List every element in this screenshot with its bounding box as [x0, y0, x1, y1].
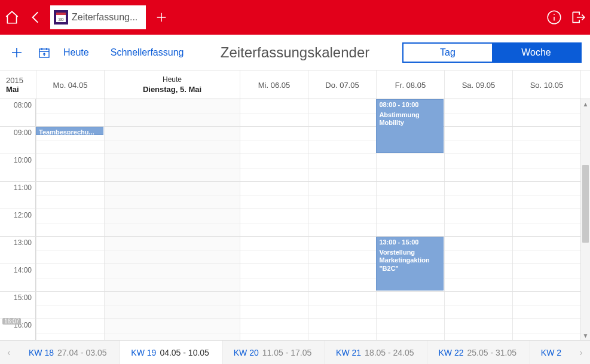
grid-cell[interactable] [376, 182, 444, 209]
day-col-sun[interactable]: So. 10.05 [512, 71, 580, 99]
info-button[interactable] [542, 0, 566, 35]
add-button[interactable] [8, 44, 25, 61]
grid-cell[interactable] [308, 182, 376, 209]
grid-cell[interactable] [240, 264, 308, 291]
grid-cell[interactable] [104, 292, 240, 319]
grid-cell[interactable] [512, 127, 580, 154]
grid-cell[interactable] [512, 182, 580, 209]
back-button[interactable] [24, 0, 48, 35]
grid-cell[interactable] [512, 99, 580, 126]
grid-cell[interactable] [36, 99, 104, 126]
grid-cell[interactable] [104, 99, 240, 126]
grid-cell[interactable] [104, 209, 240, 236]
grid-cell[interactable] [444, 264, 512, 291]
weeks-prev[interactable]: ‹ [0, 347, 18, 358]
today-link[interactable]: Heute [63, 47, 89, 58]
grid-cell[interactable] [240, 209, 308, 236]
grid-cell[interactable] [512, 237, 580, 264]
week-22[interactable]: KW 2225.05 - 31.05 [427, 341, 530, 365]
week-20[interactable]: KW 2011.05 - 17.05 [223, 341, 325, 365]
grid-cell[interactable] [240, 319, 308, 340]
scroll-up-arrow[interactable]: ▲ [581, 99, 590, 109]
vertical-scrollbar[interactable]: ▲ ▼ [580, 99, 590, 340]
grid-cell[interactable] [512, 264, 580, 291]
grid-cell[interactable] [376, 292, 444, 319]
grid-cell[interactable] [444, 99, 512, 126]
grid-cell[interactable] [444, 209, 512, 236]
week-23-partial[interactable]: KW 2 [530, 341, 572, 365]
hour-label: 08:00 [0, 99, 36, 126]
grid-cell[interactable] [444, 319, 512, 340]
grid-cell[interactable] [36, 292, 104, 319]
grid-cell[interactable] [512, 209, 580, 236]
event-teambesprechung[interactable]: Teambesprechu... [36, 127, 103, 135]
grid-cell[interactable] [444, 292, 512, 319]
event-abstimmung-mobility[interactable]: 08:00 - 10:00Abstimmung Mobility [376, 99, 444, 153]
grid-cell[interactable] [36, 182, 104, 209]
grid-cell[interactable] [104, 237, 240, 264]
scroll-down-arrow[interactable]: ▼ [581, 331, 590, 340]
grid-cell[interactable] [36, 319, 104, 340]
grid-cell[interactable] [36, 154, 104, 181]
grid-cell[interactable] [308, 292, 376, 319]
day-col-sat[interactable]: Sa. 09.05 [444, 71, 512, 99]
month-label: 2015 Mai [0, 71, 36, 99]
grid-cell[interactable] [240, 154, 308, 181]
grid-cell[interactable] [104, 182, 240, 209]
grid-cell[interactable] [308, 237, 376, 264]
now-indicator: 16:07 [2, 318, 21, 325]
scroll-thumb[interactable] [582, 165, 589, 243]
toggle-week[interactable]: Woche [492, 44, 580, 62]
day-col-tue[interactable]: HeuteDienstag, 5. Mai [104, 71, 240, 99]
grid-cell[interactable] [104, 154, 240, 181]
grid-cell[interactable] [104, 264, 240, 291]
event-vorstellung-b2c[interactable]: 13:00 - 15:00Vorstellung Marketingaktion… [376, 237, 444, 290]
tab-label: Zeiterfassung... [72, 12, 137, 23]
toggle-day[interactable]: Tag [403, 44, 492, 62]
view-toggle: Tag Woche [402, 42, 582, 63]
grid-cell[interactable] [444, 127, 512, 154]
new-tab-button[interactable] [149, 0, 173, 35]
grid-cell[interactable] [308, 209, 376, 236]
exit-button[interactable] [566, 0, 590, 35]
day-col-mon[interactable]: Mo. 04.05 [36, 71, 104, 99]
weeks-next[interactable]: › [572, 347, 590, 358]
day-col-thu[interactable]: Do. 07.05 [308, 71, 376, 99]
grid-cell[interactable] [240, 182, 308, 209]
grid-cell[interactable] [376, 209, 444, 236]
active-tab[interactable]: 30 Zeiterfassung... [50, 5, 146, 29]
calendar-grid[interactable]: 08:0009:0010:0011:0012:0013:0014:0015:00… [0, 99, 580, 340]
day-col-wed[interactable]: Mi. 06.05 [240, 71, 308, 99]
grid-cell[interactable] [512, 154, 580, 181]
grid-cell[interactable] [240, 99, 308, 126]
grid-cell[interactable] [240, 127, 308, 154]
grid-cell[interactable] [240, 292, 308, 319]
calendar-today-icon[interactable] [36, 44, 53, 61]
grid-cell[interactable] [444, 237, 512, 264]
week-21[interactable]: KW 2118.05 - 24.05 [325, 341, 427, 365]
grid-cell[interactable] [240, 237, 308, 264]
grid-cell[interactable] [36, 237, 104, 264]
grid-cell[interactable] [444, 154, 512, 181]
grid-cell[interactable] [36, 264, 104, 291]
grid-cell[interactable] [444, 182, 512, 209]
grid-cell[interactable] [376, 319, 444, 340]
home-button[interactable] [0, 0, 24, 35]
grid-cell[interactable] [308, 264, 376, 291]
grid-cell[interactable] [36, 209, 104, 236]
quick-entry-link[interactable]: Schnellerfassung [111, 47, 184, 58]
grid-cell[interactable] [104, 127, 240, 154]
calendar-app-icon: 30 [54, 10, 68, 25]
grid-cell[interactable] [308, 319, 376, 340]
grid-cell[interactable] [308, 127, 376, 154]
day-col-fri[interactable]: Fr. 08.05 [376, 71, 444, 99]
week-19[interactable]: KW 1904.05 - 10.05 [120, 341, 222, 365]
grid-cell[interactable] [104, 319, 240, 340]
grid-cell[interactable] [512, 292, 580, 319]
page-title: Zeiterfassungskalender [221, 44, 369, 61]
grid-cell[interactable] [308, 154, 376, 181]
grid-cell[interactable] [376, 154, 444, 181]
grid-cell[interactable] [512, 319, 580, 340]
week-18[interactable]: KW 1827.04 - 03.05 [18, 341, 120, 365]
grid-cell[interactable] [308, 99, 376, 126]
